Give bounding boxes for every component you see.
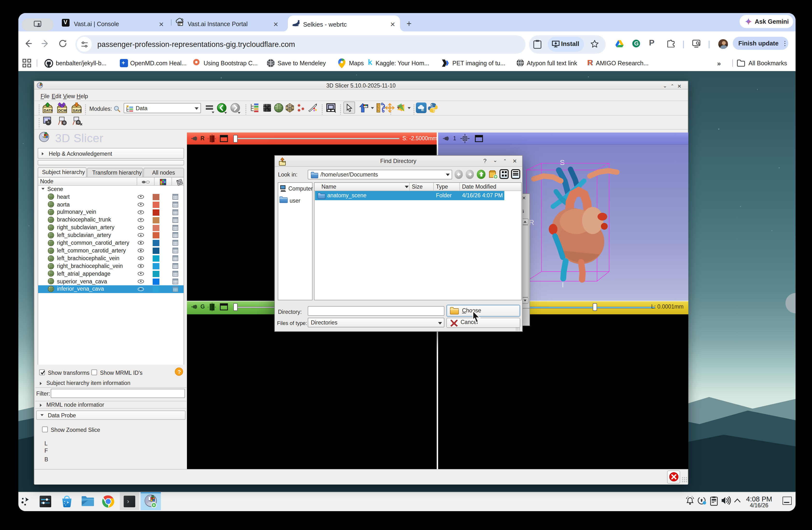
svg-text:DCM: DCM bbox=[58, 108, 67, 112]
svg-text:DATA: DATA bbox=[44, 108, 53, 112]
svg-text:SAVE: SAVE bbox=[73, 108, 82, 112]
svg-text:E: E bbox=[421, 107, 424, 111]
